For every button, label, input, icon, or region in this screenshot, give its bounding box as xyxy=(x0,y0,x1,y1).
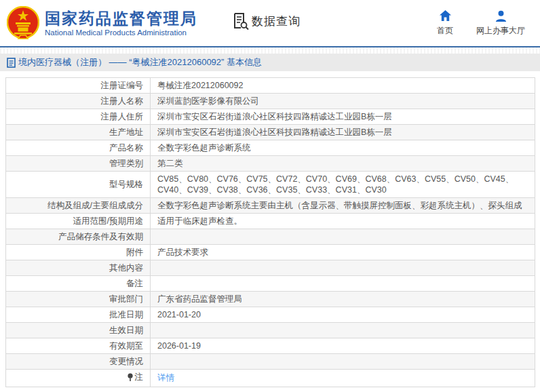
org-title-block: 国家药品监督管理局 National Medical Products Admi… xyxy=(45,9,197,37)
table-row: 产品储存条件及有效期 xyxy=(6,229,535,245)
table-row: 附件 产品技术要求 xyxy=(6,245,535,260)
registration-info-table: 注册证编号 粤械注准20212060092 注册人名称 深圳蓝韵医学影像有限公司… xyxy=(5,77,535,387)
home-icon xyxy=(439,9,452,22)
row-value: 2021-01-20 xyxy=(151,307,535,323)
row-label: 管理类别 xyxy=(6,156,151,172)
row-label-note: 注 xyxy=(6,370,151,387)
row-label: 产品储存条件及有效期 xyxy=(6,229,151,245)
table-row: 备注 xyxy=(6,276,535,292)
row-value xyxy=(151,276,535,292)
table-row: 其他内容 xyxy=(6,260,535,276)
row-value xyxy=(151,229,535,245)
row-label: 注册证编号 xyxy=(6,78,151,94)
document-icon xyxy=(7,58,16,68)
table-row: 型号规格 CV85、CV80、CV76、CV75、CV72、CV70、CV69、… xyxy=(6,172,535,198)
row-label: 其他内容 xyxy=(6,260,151,276)
row-label: 注 xyxy=(135,372,144,383)
row-label: 附件 xyxy=(6,245,151,260)
row-value: 2026-01-19 xyxy=(151,338,535,354)
table-row: 批准日期 2021-01-20 xyxy=(6,307,535,323)
national-emblem-logo xyxy=(7,6,39,40)
row-value: 深圳市宝安区石岩街道浪心社区科技四路精诚达工业园B栋一层 xyxy=(151,125,535,140)
row-label: 变更情况 xyxy=(6,354,151,370)
table-row: 结构及组成/主要组成成分 全数字彩色超声诊断系统主要由主机（含显示器、带触摸屏控… xyxy=(6,198,535,214)
row-value: 全数字彩色超声诊断系统主要由主机（含显示器、带触摸屏控制面板、彩超系统主机）、探… xyxy=(151,198,535,214)
table-row: 注册证编号 粤械注准20212060092 xyxy=(6,78,535,94)
row-label: 批准日期 xyxy=(6,307,151,323)
row-label: 备注 xyxy=(6,276,151,292)
row-label: 适用范围/预期用途 xyxy=(6,214,151,229)
table-row: 变更情况 xyxy=(6,354,535,370)
row-label: 有效期至 xyxy=(6,338,151,354)
table-row: 有效期至 2026-01-19 xyxy=(6,338,535,354)
row-label: 注册人住所 xyxy=(6,109,151,125)
details-link[interactable]: 详情 xyxy=(157,373,174,383)
row-value: 适用于临床超声检查。 xyxy=(151,214,535,229)
header-nav: 首页 网上办事大厅 xyxy=(437,9,525,37)
breadcrumb-bar: 境内医疗器械（注册） —— “粤械注准20212060092” 基本信息 xyxy=(0,54,540,71)
breadcrumb: 境内医疗器械（注册） —— “粤械注准20212060092” 基本信息 xyxy=(18,56,262,68)
row-value: 全数字彩色超声诊断系统 xyxy=(151,140,535,156)
row-value-note: 详情 xyxy=(151,370,535,387)
table-row: 注册人名称 深圳蓝韵医学影像有限公司 xyxy=(6,94,535,109)
user-icon xyxy=(495,9,507,22)
org-name-en: National Medical Products Administration xyxy=(45,28,197,37)
row-value: 产品技术要求 xyxy=(151,245,535,260)
row-label: 注册人名称 xyxy=(6,94,151,109)
data-query-section: 数据查询 xyxy=(233,12,301,30)
row-value: 深圳蓝韵医学影像有限公司 xyxy=(151,94,535,109)
row-value xyxy=(151,323,535,338)
row-value: CV85、CV80、CV76、CV75、CV72、CV70、CV69、CV68、… xyxy=(151,172,535,198)
row-value: 第二类 xyxy=(151,156,535,172)
row-label: 生效日期 xyxy=(6,323,151,338)
row-value xyxy=(151,260,535,276)
nav-home-label: 首页 xyxy=(437,25,453,37)
table-row: 生产地址 深圳市宝安区石岩街道浪心社区科技四路精诚达工业园B栋一层 xyxy=(6,125,535,140)
row-label: 审批部门 xyxy=(6,292,151,307)
data-query-title: 数据查询 xyxy=(252,14,301,29)
site-header: 国家药品监督管理局 National Medical Products Admi… xyxy=(0,0,540,46)
row-value xyxy=(151,354,535,370)
table-row: 生效日期 xyxy=(6,323,535,338)
table-row: 产品名称 全数字彩色超声诊断系统 xyxy=(6,140,535,156)
table-row: 审批部门 广东省药品监督管理局 xyxy=(6,292,535,307)
row-value: 粤械注准20212060092 xyxy=(151,78,535,94)
row-label: 结构及组成/主要组成成分 xyxy=(6,198,151,214)
note-pin-icon xyxy=(127,373,134,382)
spacer xyxy=(0,71,540,77)
texture-band xyxy=(0,47,540,54)
table-row: 注册人住所 深圳市宝安区石岩街道浪心社区科技四路精诚达工业园B栋一层 xyxy=(6,109,535,125)
nav-home[interactable]: 首页 xyxy=(437,9,453,37)
nav-online-service-hall[interactable]: 网上办事大厅 xyxy=(476,9,525,37)
table-row: 管理类别 第二类 xyxy=(6,156,535,172)
row-label: 产品名称 xyxy=(6,140,151,156)
document-search-icon xyxy=(233,12,249,30)
row-label: 型号规格 xyxy=(6,172,151,198)
row-label: 生产地址 xyxy=(6,125,151,140)
table-row: 适用范围/预期用途 适用于临床超声检查。 xyxy=(6,214,535,229)
org-name-cn: 国家药品监督管理局 xyxy=(45,9,197,27)
table-row-note: 注 详情 xyxy=(6,370,535,387)
row-value: 深圳市宝安区石岩街道浪心社区科技四路精诚达工业园B栋一层 xyxy=(151,109,535,125)
nav-online-service-hall-label: 网上办事大厅 xyxy=(476,25,525,37)
row-value: 广东省药品监督管理局 xyxy=(151,292,535,307)
